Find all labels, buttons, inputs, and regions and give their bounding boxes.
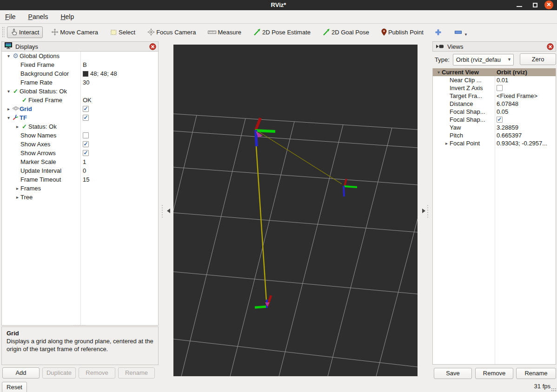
displays-tree-row[interactable]: Frame Timeout15 bbox=[2, 175, 158, 184]
property-value[interactable]: B bbox=[83, 61, 87, 68]
tool-2d-goal-pose[interactable]: 2D Goal Pose bbox=[319, 26, 373, 38]
property-value[interactable]: 0.93043; -0.2957... bbox=[497, 140, 547, 147]
views-tree-row[interactable]: Invert Z Axis bbox=[433, 84, 556, 92]
views-tree-row[interactable]: Focal Shap...0.05 bbox=[433, 108, 556, 116]
tool-select[interactable]: Select bbox=[106, 26, 139, 38]
menu-item-panels[interactable]: Panels bbox=[28, 13, 48, 20]
property-value[interactable]: 30 bbox=[83, 79, 89, 86]
displays-tree-row[interactable]: Show Names bbox=[2, 131, 158, 140]
displays-tree-row[interactable]: Background Color48; 48; 48 bbox=[2, 69, 158, 78]
displays-tree-row[interactable]: ▸Grid✓ bbox=[2, 105, 158, 113]
checkbox-unchecked[interactable] bbox=[83, 132, 89, 138]
displays-tree-row[interactable]: ✓Fixed FrameOK bbox=[2, 96, 158, 105]
tool-publish-point[interactable]: Publish Point bbox=[378, 26, 427, 38]
maximize-icon[interactable] bbox=[533, 3, 537, 7]
menu-item-help[interactable]: Help bbox=[60, 13, 74, 20]
displays-tree-row[interactable]: Frame Rate30 bbox=[2, 78, 158, 87]
checkbox-unchecked[interactable] bbox=[497, 85, 503, 91]
views-tree-row[interactable]: Near Clip ...0.01 bbox=[433, 76, 556, 84]
tool-interact[interactable]: Interact bbox=[7, 26, 43, 38]
property-value[interactable]: ✓ bbox=[83, 150, 89, 156]
tool-2d-pose-estimate[interactable]: 2D Pose Estimate bbox=[250, 26, 314, 38]
views-tree-row[interactable]: ▾Current ViewOrbit (rviz) bbox=[433, 68, 556, 76]
property-value[interactable] bbox=[497, 85, 503, 91]
property-value[interactable]: 48; 48; 48 bbox=[83, 70, 117, 77]
property-value[interactable]: <Fixed Frame> bbox=[497, 92, 537, 99]
property-value[interactable]: 0.05 bbox=[497, 108, 508, 115]
remove-tool-button[interactable]: ▼ bbox=[452, 28, 464, 36]
expander-open-icon[interactable]: ▾ bbox=[6, 115, 12, 120]
displays-close-button[interactable] bbox=[149, 43, 156, 50]
expander-closed-icon[interactable]: ▸ bbox=[14, 186, 20, 191]
checkbox-checked[interactable]: ✓ bbox=[83, 106, 89, 112]
property-value[interactable] bbox=[83, 132, 89, 138]
property-value[interactable]: 0.665397 bbox=[497, 132, 522, 139]
checkbox-checked[interactable]: ✓ bbox=[83, 115, 89, 121]
displays-tree-row[interactable]: ▸✓Status: Ok bbox=[2, 122, 158, 131]
views-tree-row[interactable]: Distance6.07848 bbox=[433, 100, 556, 108]
zero-button[interactable]: Zero bbox=[520, 53, 556, 65]
displays-panel-header[interactable]: Displays bbox=[1, 41, 159, 52]
property-value[interactable]: 1 bbox=[83, 158, 86, 165]
duplicate-display-button[interactable]: Duplicate bbox=[42, 367, 76, 379]
tool-measure[interactable]: Measure bbox=[204, 26, 245, 38]
property-value[interactable]: 0.01 bbox=[497, 77, 508, 84]
property-value[interactable]: ✓ bbox=[497, 117, 503, 123]
left-splitter-handle[interactable] bbox=[161, 204, 169, 218]
views-tree-row[interactable]: Yaw3.28859 bbox=[433, 124, 556, 131]
displays-tree-row[interactable]: Update Interval0 bbox=[2, 166, 158, 175]
property-value[interactable]: ✓ bbox=[83, 106, 89, 112]
resize-grip[interactable] bbox=[551, 388, 556, 392]
color-swatch[interactable] bbox=[83, 71, 88, 77]
rename-view-button[interactable]: Rename bbox=[516, 368, 556, 379]
close-icon[interactable]: ✕ bbox=[544, 0, 553, 9]
displays-tree-row[interactable]: ▾TF✓ bbox=[2, 113, 158, 122]
viewport-3d[interactable] bbox=[173, 45, 418, 376]
property-value[interactable]: OK bbox=[83, 97, 92, 104]
property-value[interactable]: ✓ bbox=[83, 141, 89, 147]
displays-tree-row[interactable]: ▸Tree bbox=[2, 193, 158, 202]
displays-tree-row[interactable]: ▾⚙Global Options bbox=[2, 52, 158, 60]
displays-tree-row[interactable]: Fixed FrameB bbox=[2, 60, 158, 69]
checkbox-checked[interactable]: ✓ bbox=[83, 141, 89, 147]
checkbox-checked[interactable]: ✓ bbox=[83, 150, 89, 156]
minimize-icon[interactable] bbox=[517, 6, 522, 7]
expander-closed-icon[interactable]: ▸ bbox=[14, 195, 20, 200]
displays-tree-row[interactable]: ▾✓Global Status: Ok bbox=[2, 87, 158, 96]
right-splitter-handle[interactable] bbox=[421, 204, 429, 218]
expander-closed-icon[interactable]: ▸ bbox=[14, 124, 20, 129]
property-value[interactable]: 15 bbox=[83, 176, 89, 183]
tool-focus-camera[interactable]: Focus Camera bbox=[144, 26, 199, 38]
reset-button[interactable]: Reset bbox=[2, 382, 27, 392]
expander-closed-icon[interactable]: ▸ bbox=[444, 141, 450, 146]
property-value[interactable]: 3.28859 bbox=[497, 124, 518, 131]
remove-view-button[interactable]: Remove bbox=[475, 368, 513, 379]
views-tree-row[interactable]: ▸Focal Point0.93043; -0.2957... bbox=[433, 139, 556, 147]
add-display-button[interactable]: Add bbox=[2, 367, 40, 379]
menu-item-file[interactable]: File bbox=[5, 13, 16, 20]
add-tool-button[interactable] bbox=[432, 26, 444, 38]
views-panel-header[interactable]: Views bbox=[432, 41, 556, 52]
remove-display-button[interactable]: Remove bbox=[79, 367, 115, 379]
save-view-button[interactable]: Save bbox=[434, 368, 472, 379]
tool-move-camera[interactable]: Move Camera bbox=[47, 26, 102, 38]
views-tree-row[interactable]: Target Fra...<Fixed Frame> bbox=[433, 92, 556, 100]
displays-tree-row[interactable]: ▸Frames bbox=[2, 184, 158, 193]
property-value[interactable]: 0 bbox=[83, 167, 86, 174]
views-tree-row[interactable]: Pitch0.665397 bbox=[433, 131, 556, 139]
property-value[interactable]: 6.07848 bbox=[497, 100, 518, 107]
views-tree-row[interactable]: Focal Shap...✓ bbox=[433, 116, 556, 124]
toolbar-drag-handle[interactable] bbox=[2, 26, 5, 38]
displays-tree-row[interactable]: Show Arrows✓ bbox=[2, 149, 158, 157]
expander-open-icon[interactable]: ▾ bbox=[6, 89, 12, 94]
expander-open-icon[interactable]: ▾ bbox=[436, 70, 442, 75]
expander-closed-icon[interactable]: ▸ bbox=[6, 106, 12, 111]
view-type-select[interactable]: Orbit (rviz_defau ▼ bbox=[453, 54, 514, 65]
views-close-button[interactable] bbox=[547, 43, 554, 50]
checkbox-checked[interactable]: ✓ bbox=[497, 117, 503, 123]
displays-tree-row[interactable]: Marker Scale1 bbox=[2, 157, 158, 166]
rename-display-button[interactable]: Rename bbox=[118, 367, 155, 379]
displays-tree-row[interactable]: Show Axes✓ bbox=[2, 140, 158, 149]
expander-open-icon[interactable]: ▾ bbox=[6, 53, 12, 59]
property-value[interactable]: ✓ bbox=[83, 115, 89, 121]
